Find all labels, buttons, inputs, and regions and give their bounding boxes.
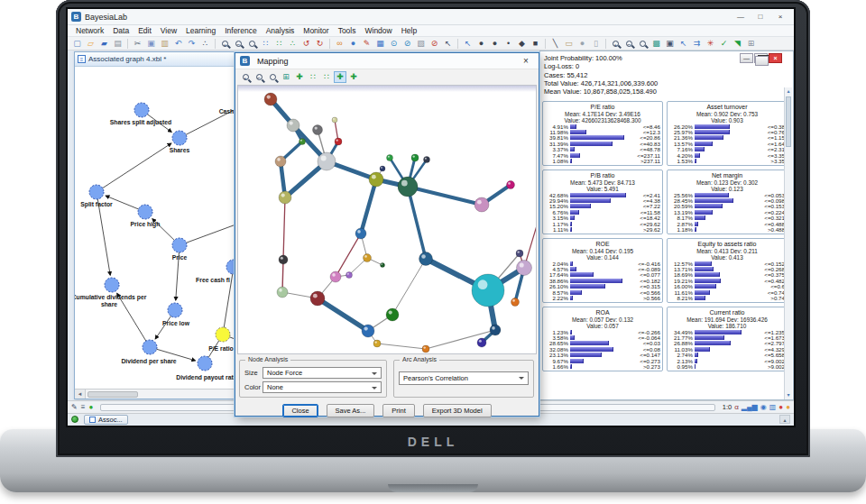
- cursor-icon[interactable]: ↖: [461, 38, 474, 50]
- monitor-row[interactable]: 1.66%>0.273: [545, 363, 660, 369]
- monitor-roa[interactable]: ROAMean: 0.057 Dev: 0.132Value: 0.0571.2…: [542, 307, 663, 371]
- monitor-asset-turnover[interactable]: Asset turnoverMean: 0.902 Dev: 0.753Valu…: [667, 101, 788, 166]
- zoom-in2-icon[interactable]: [609, 38, 622, 50]
- menu-view[interactable]: View: [156, 26, 181, 35]
- scroll-left-icon[interactable]: ◂: [75, 389, 86, 399]
- graph-node-ph[interactable]: [138, 205, 152, 219]
- grid-icon[interactable]: ∷: [259, 38, 272, 50]
- map-sphere[interactable]: [381, 263, 385, 268]
- menu-monitor[interactable]: Monitor: [299, 26, 333, 35]
- graph-window-titlebar[interactable]: ≡ Associated graph 4.xbl *: [75, 52, 235, 67]
- dot-tool-icon[interactable]: ●: [576, 38, 589, 50]
- monitor-row[interactable]: 2.22%>0.566: [545, 295, 660, 300]
- new-icon[interactable]: ▢: [70, 38, 84, 50]
- settings-icon[interactable]: ⊞: [744, 38, 758, 50]
- node-large2-icon[interactable]: ●: [488, 38, 502, 50]
- cut-icon[interactable]: ✂: [131, 38, 144, 50]
- menu-edit[interactable]: Edit: [134, 26, 156, 35]
- map-sphere[interactable]: [517, 261, 532, 276]
- monitor-row[interactable]: 1.08%>237.11: [545, 158, 660, 163]
- graph-node-ssa[interactable]: [134, 103, 149, 117]
- node-icon[interactable]: ●: [346, 38, 360, 50]
- menu-data[interactable]: Data: [108, 26, 134, 35]
- map-sphere[interactable]: [386, 308, 399, 321]
- find-icon[interactable]: ∴: [198, 38, 212, 50]
- corner-icon[interactable]: ◥: [731, 38, 744, 50]
- scroll-thumb[interactable]: [786, 96, 791, 147]
- map-sphere[interactable]: [424, 157, 430, 163]
- monitor-row[interactable]: 0.95%>9.002: [669, 363, 785, 369]
- print-icon[interactable]: ▤: [111, 38, 124, 50]
- map-sphere[interactable]: [279, 191, 291, 204]
- export-grid-icon[interactable]: ▩: [650, 38, 663, 50]
- zoom-fit-icon[interactable]: [636, 38, 650, 50]
- pointer-nw-icon[interactable]: ↖: [441, 38, 455, 50]
- graph-node-sh[interactable]: [172, 131, 187, 145]
- arc-analysis-select[interactable]: Pearson's Correlation: [399, 371, 529, 385]
- map-sphere[interactable]: [380, 166, 385, 171]
- map-dots-icon[interactable]: ∷: [307, 71, 319, 83]
- monitor-current-ratio[interactable]: Current ratioMean: 191.694 Dev: 16936.42…: [667, 307, 788, 371]
- chevron-up-icon[interactable]: ▴: [779, 415, 790, 424]
- globe-icon[interactable]: ▥: [769, 403, 777, 412]
- maximize-button[interactable]: □: [751, 11, 770, 23]
- monitor-p-e-ratio[interactable]: P/E ratioMean: 4.17E14 Dev: 3.49E16Value…: [542, 101, 663, 166]
- map-sphere[interactable]: [330, 271, 341, 282]
- monitor-roe[interactable]: ROEMean: 0.144 Dev: 0.195Value: 0.1442.0…: [542, 238, 663, 303]
- map-sphere[interactable]: [277, 287, 288, 298]
- map-sphere[interactable]: [310, 291, 325, 306]
- map-zoom-out-icon[interactable]: [253, 71, 265, 83]
- map-dots2-icon[interactable]: ∷: [320, 71, 333, 83]
- menu-tools[interactable]: Tools: [334, 26, 361, 35]
- arc-mode-icon[interactable]: ✎: [71, 403, 78, 412]
- monitor-row[interactable]: 8.21%>0.74: [669, 295, 785, 300]
- map-grid-icon[interactable]: ⊞: [280, 71, 292, 83]
- panel-close-button[interactable]: ×: [769, 53, 782, 63]
- note-tool-icon[interactable]: ▭: [562, 38, 576, 50]
- map-sphere[interactable]: [332, 117, 337, 123]
- graph-node-dps[interactable]: [143, 340, 157, 354]
- zoom-reset-icon[interactable]: [245, 38, 259, 50]
- menu-help[interactable]: Help: [397, 26, 421, 35]
- delete-tool-icon[interactable]: ▯: [589, 38, 603, 50]
- status-led-icon[interactable]: ●: [88, 403, 93, 412]
- zoom-out-icon[interactable]: [232, 38, 245, 50]
- warn-icon[interactable]: ●: [786, 403, 790, 412]
- close-icon[interactable]: ×: [518, 56, 534, 66]
- map-sphere[interactable]: [490, 325, 501, 335]
- forbid-icon[interactable]: ⊘: [428, 38, 441, 50]
- map-move-icon[interactable]: ✚: [334, 71, 346, 83]
- monitor-row[interactable]: 1.53%>3.35: [669, 158, 785, 163]
- print-button[interactable]: Print: [382, 404, 414, 417]
- map-sphere[interactable]: [477, 338, 486, 347]
- map-sphere[interactable]: [398, 177, 418, 197]
- export-3d-model-button[interactable]: Export 3D Model: [423, 404, 492, 417]
- open-folder-icon[interactable]: ▱: [84, 38, 97, 50]
- menu-window[interactable]: Window: [360, 26, 396, 35]
- link-icon[interactable]: ∞: [333, 38, 346, 50]
- people-icon[interactable]: ◉: [760, 403, 767, 412]
- graph-node-pl[interactable]: [168, 303, 182, 317]
- map-sphere[interactable]: [313, 125, 323, 135]
- scroll-down-icon[interactable]: ▾: [785, 391, 792, 399]
- scroll-thumb[interactable]: [88, 391, 138, 398]
- map-sphere[interactable]: [299, 139, 306, 145]
- menu-network[interactable]: Network: [71, 26, 108, 35]
- redo-icon[interactable]: ↷: [185, 38, 198, 50]
- graph-node-dpr[interactable]: [198, 356, 212, 371]
- save-as-button[interactable]: Save As...: [327, 404, 375, 417]
- map-expand-icon[interactable]: ✚: [293, 71, 306, 83]
- graph-node-pr[interactable]: [172, 238, 187, 252]
- monitor-scrollbar[interactable]: ▴ ▾: [784, 87, 792, 399]
- arc-force-icon[interactable]: ⇉: [690, 38, 704, 50]
- map-sphere[interactable]: [474, 197, 489, 212]
- map-sphere[interactable]: [318, 152, 336, 170]
- mapping-3d-viewport[interactable]: [237, 85, 537, 354]
- map-sphere[interactable]: [511, 298, 520, 307]
- monitor-equity-to-assets-ratio[interactable]: Equity to assets ratioMean: 0.413 Dev: 0…: [667, 238, 788, 303]
- graph-arc[interactable]: [97, 143, 171, 192]
- scroll-up-icon[interactable]: ▴: [785, 87, 792, 96]
- graph-canvas[interactable]: Shares split adjustedSharesCash flSplit …: [75, 67, 235, 389]
- alpha-icon[interactable]: α: [734, 403, 739, 412]
- map-sphere[interactable]: [472, 274, 504, 307]
